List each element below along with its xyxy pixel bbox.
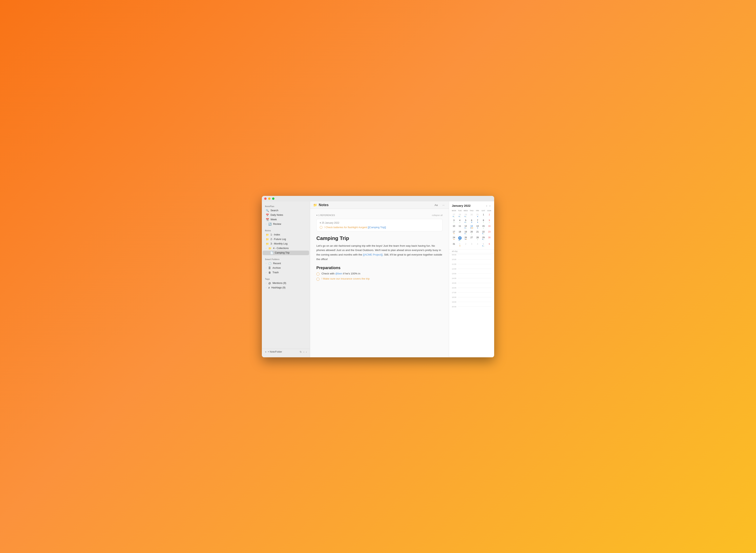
cal-day-28jan[interactable]: 28✓ xyxy=(475,236,480,242)
add-note-label[interactable]: + Note/Folder xyxy=(268,350,282,353)
more-button[interactable]: ··· xyxy=(441,203,446,207)
sync-icon[interactable]: ↻ xyxy=(300,350,302,353)
cal-day-5feb[interactable]: 5✓ xyxy=(481,242,486,248)
cal-day-31dec[interactable]: 31 xyxy=(475,213,480,218)
references-chevron: ▾ xyxy=(316,214,318,217)
sidebar-item-archive[interactable]: › 🗄 Archive xyxy=(263,266,309,270)
time-label-14: 14:00 xyxy=(452,277,458,280)
toolbar: 📁 Notes Aa ··· xyxy=(310,202,449,209)
sidebar-item-hashtags[interactable]: › # Hashtags (9) xyxy=(263,286,309,290)
cal-day-12jan[interactable]: 12✓ xyxy=(463,224,469,230)
cal-day-1feb[interactable]: 1 xyxy=(457,242,463,248)
references-toggle[interactable]: ▾ 1 REFERENCES xyxy=(316,214,335,217)
collapse-all-button[interactable]: collapse all xyxy=(432,214,442,216)
cal-day-14jan[interactable]: 14 xyxy=(475,224,480,230)
recent-label: Recent xyxy=(273,262,281,265)
sidebar-item-week[interactable]: 📆 Week xyxy=(263,217,309,222)
cal-day-19jan[interactable]: 19✓ xyxy=(463,230,469,235)
cal-day-4feb[interactable]: 4 xyxy=(475,242,480,248)
cal-day-30dec[interactable]: 30 xyxy=(469,213,475,218)
cal-day-28dec[interactable]: 28✓ xyxy=(457,213,463,218)
sidebar-item-review[interactable]: › 🔄 Review xyxy=(263,222,309,226)
time-label-11: 11:00 xyxy=(452,263,458,265)
close-button[interactable] xyxy=(264,198,267,200)
sidebar-item-note-2[interactable]: 📁 2 - Future Log xyxy=(263,237,309,242)
calendar-prev-button[interactable]: ‹ xyxy=(485,204,488,208)
mention-ben[interactable]: @ben xyxy=(335,272,342,275)
cal-day-22jan[interactable]: 22✓ xyxy=(481,230,486,235)
cal-day-18jan[interactable]: 18 xyxy=(457,230,463,235)
cal-day-8jan[interactable]: 8✓ xyxy=(481,219,486,224)
cal-day-11jan[interactable]: 11 xyxy=(457,224,463,230)
cal-day-31jan[interactable]: 31 xyxy=(451,242,457,248)
cal-day-27jan[interactable]: 27 xyxy=(469,236,475,242)
smart-folders-label: Smart Folders xyxy=(262,257,310,261)
cal-day-2jan[interactable]: 2 xyxy=(487,213,492,218)
sidebar-item-note-1[interactable]: 📁 1 - Index xyxy=(263,233,309,237)
task-circle-1 xyxy=(316,272,320,275)
sidebar-item-note-3[interactable]: 📁 3 - Monthly Log xyxy=(263,242,309,246)
time-slot-18: 18:00 xyxy=(449,296,494,301)
sidebar-item-mentions[interactable]: › @ Mentions (9) xyxy=(263,281,309,286)
sidebar-item-daily-notes[interactable]: 📅 Daily Notes xyxy=(263,213,309,217)
time-slot-14: 14:00 xyxy=(449,277,494,282)
back-icon[interactable]: ‹ xyxy=(304,350,304,353)
acme-link[interactable]: [[ACME Project]] xyxy=(363,253,383,256)
cal-day-4jan[interactable]: 4✓ xyxy=(457,219,463,224)
cal-day-24jan[interactable]: 24 xyxy=(451,236,457,242)
calendar-next-button[interactable]: › xyxy=(489,204,491,208)
trash-icon: 🗑 xyxy=(268,271,271,274)
sidebar-item-camping-trip[interactable]: 📄 Camping Trip xyxy=(263,251,309,255)
cal-day-9jan[interactable]: 9✓ xyxy=(487,219,492,224)
cal-day-7jan[interactable]: 7 xyxy=(475,219,480,224)
task-item-1: Check with @ben if he's 100% in xyxy=(316,272,442,275)
cal-day-30jan[interactable]: 30 xyxy=(487,236,492,242)
cal-day-21jan[interactable]: 21 xyxy=(475,230,480,235)
forward-icon[interactable]: › xyxy=(306,350,307,353)
cal-day-5jan[interactable]: 5✓ xyxy=(463,219,469,224)
cal-day-13jan[interactable]: 13 xyxy=(469,224,475,230)
cal-day-17jan[interactable]: 17 xyxy=(451,230,457,235)
cal-day-2feb[interactable]: 2 xyxy=(463,242,469,248)
cal-day-10jan[interactable]: 10 xyxy=(451,224,457,230)
sidebar-item-note-4[interactable]: › 📁 4 - Collections xyxy=(263,246,309,251)
sidebar-item-trash[interactable]: › 🗑 Trash xyxy=(263,270,309,275)
time-line-18 xyxy=(458,297,491,297)
cal-day-29dec[interactable]: 29✓ xyxy=(463,213,469,218)
ref-link[interactable]: [[Camping Trip]] xyxy=(368,226,386,229)
sidebar: NotePlan 🔍 Search 📅 Daily Notes 📆 Week ›… xyxy=(262,202,310,357)
cal-day-26jan[interactable]: 26 xyxy=(463,236,469,242)
right-panel: January 2022 ‹ › MON TUE WED THU FRI SAT… xyxy=(449,202,494,357)
cal-day-6jan[interactable]: 6 xyxy=(469,219,475,224)
calendar-header: January 2022 ‹ › xyxy=(449,202,494,209)
time-slot-12: 12:00 xyxy=(449,267,494,272)
cal-day-23jan[interactable]: 23 xyxy=(487,230,492,235)
main-content: 📁 Notes Aa ··· ▾ 1 REFERENCES collapse a… xyxy=(310,202,449,357)
sidebar-item-recent[interactable]: › 🕐 Recent xyxy=(263,261,309,266)
cal-day-15jan[interactable]: 15✓ xyxy=(481,224,486,230)
maximize-button[interactable] xyxy=(272,198,274,200)
task-1-text: Check with @ben if he's 100% in xyxy=(322,272,360,275)
day-header-fri: FRI xyxy=(475,209,480,212)
minimize-button[interactable] xyxy=(268,198,270,200)
folder-icon-2: 📁 xyxy=(266,238,269,241)
cal-day-29jan[interactable]: 29✓ xyxy=(481,236,486,242)
time-label-13: 13:00 xyxy=(452,272,458,274)
font-button[interactable]: Aa xyxy=(433,203,439,207)
note-1-label: 1 - Index xyxy=(270,233,280,236)
cal-day-20jan[interactable]: 20✓ xyxy=(469,230,475,235)
calendar-grid: MON TUE WED THU FRI SAT SUN 27✓ 28✓ 29✓ … xyxy=(449,209,494,249)
ref-item-text: ! Check batteries for flashlight #urgent… xyxy=(324,226,386,229)
chevron-archive: › xyxy=(266,267,266,269)
cal-day-3feb[interactable]: 3 xyxy=(469,242,475,248)
cal-day-25jan[interactable]: 25✓ xyxy=(457,236,463,242)
cal-day-3jan[interactable]: 3✓ xyxy=(451,219,457,224)
sidebar-item-search[interactable]: 🔍 Search xyxy=(263,208,309,213)
calendar-allday: all-day xyxy=(449,249,494,253)
cal-day-1jan[interactable]: 1 xyxy=(481,213,486,218)
cal-day-27dec[interactable]: 27✓ xyxy=(451,213,457,218)
week-icon: 📆 xyxy=(266,218,269,221)
cal-day-16jan[interactable]: 16 xyxy=(487,224,492,230)
cal-day-6feb[interactable]: 6 xyxy=(487,242,492,248)
app-name: NotePlan xyxy=(262,204,310,208)
